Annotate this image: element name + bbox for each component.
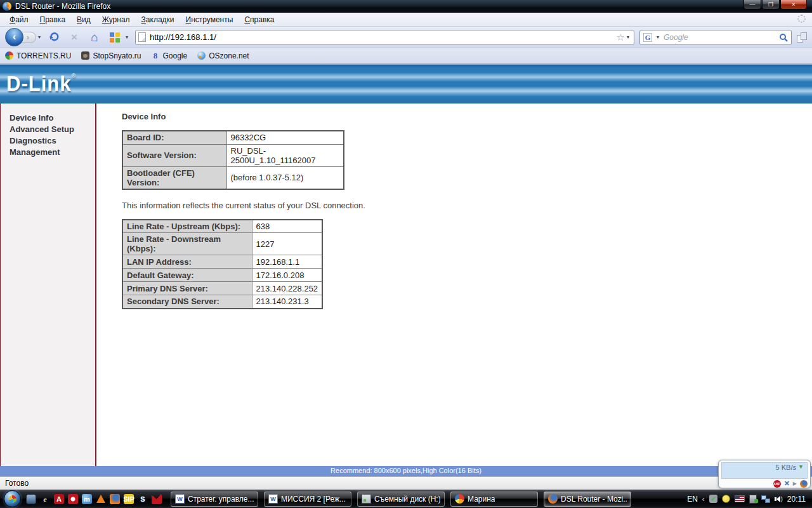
navigation-toolbar: ‹ › ▾ × ⌂ ▾ ☆ ▾ G ▾ [0,27,812,48]
speed-monitor-widget[interactable]: 5 KB/s ▼ ABP ✕ ▶ [718,460,811,488]
device-info-table: Board ID: 96332CG Software Version: RU_D… [122,130,344,190]
stopsnyato-favicon-icon [81,51,89,60]
firefox-launcher-icon[interactable] [110,494,120,504]
c-app-icon[interactable] [152,494,162,504]
smiley-tray-icon[interactable] [722,495,730,503]
firefox-task-icon [548,494,558,504]
table-row: Software Version: RU_DSL-2500U_1.10_1116… [122,144,344,166]
sidebar-item-diagnostics[interactable]: Diagnostics [10,135,95,147]
show-desktop-icon[interactable] [26,494,36,504]
task-strateg[interactable]: W Стратег. управле... [171,491,258,507]
session-windows-icon[interactable] [797,32,807,43]
table-row: Secondary DNS Server: 213.140.231.3 [122,295,322,309]
red-square-app-icon[interactable]: A [54,494,64,504]
bookmark-stopsnyato[interactable]: StopSnyato.ru [81,51,141,60]
minimize-button[interactable]: — [743,0,761,10]
play-arrow-icon[interactable]: ▶ [793,481,797,486]
google-engine-icon: G [643,33,652,42]
word-doc-icon: W [175,494,185,504]
menu-bookmarks[interactable]: Закладки [136,14,180,25]
back-button[interactable]: ‹ [5,28,23,46]
dsl-status-table: Line Rate - Upstream (Kbps): 638 Line Ra… [122,219,323,309]
reload-icon [48,30,60,42]
speed-dial-dropdown-icon[interactable]: ▾ [124,34,130,40]
bookmark-google[interactable]: 8 Google [152,51,188,60]
bookmark-torrents[interactable]: TORRENTS.RU [5,51,71,60]
sidebar-item-device-info[interactable]: Device Info [10,112,95,124]
recommend-bar: Recommend: 800x600 pixels,High Color(16 … [0,466,812,476]
search-input[interactable] [664,33,776,42]
us-flag-icon[interactable] [735,495,745,502]
table-row: Line Rate - Downstream (Kbps): 1227 [122,233,322,255]
throbber-icon [797,15,806,23]
sidebar-item-management[interactable]: Management [10,147,95,158]
bookmark-star-icon[interactable]: ☆ [617,32,625,43]
reload-button[interactable] [45,30,63,44]
red-circle-app-icon[interactable] [68,494,78,504]
maxthon-icon[interactable]: m [82,494,92,504]
table-row: Board ID: 96332CG [122,131,344,144]
language-indicator[interactable]: EN [687,495,698,504]
search-icon[interactable] [779,33,788,42]
menu-bar: Файл Правка Вид Журнал Закладки Инструме… [0,13,812,27]
stop-button[interactable]: × [65,31,83,44]
start-button[interactable] [4,490,21,507]
volume-icon[interactable]: ) [775,496,783,502]
url-dropdown-icon[interactable]: ▾ [625,34,631,40]
taskbar: e A m SIP S W Стратег. управле... W МИСС… [0,490,812,508]
table-row: Line Rate - Upstream (Kbps): 638 [122,220,322,233]
sidebar-item-advanced-setup[interactable]: Advanced Setup [10,124,95,135]
table-row: LAN IP Address: 192.168.1.1 [122,255,322,269]
url-input[interactable] [150,32,617,42]
sip-app-icon[interactable]: SIP [124,494,134,504]
title-bar: DSL Router - Mozilla Firefox — ❐ × [0,0,812,13]
address-bar[interactable]: ☆ ▾ [135,30,634,45]
close-button[interactable]: × [780,0,807,10]
s-app-icon[interactable]: S [138,494,148,504]
bookmarks-bar: TORRENTS.RU StopSnyato.ru 8 Google OSzon… [0,48,812,64]
google-favicon-icon: 8 [152,51,160,60]
table-row: Default Gateway: 172.16.0.208 [122,269,322,282]
history-dropdown-icon[interactable]: ▾ [36,34,43,40]
task-marina[interactable]: Марина [450,491,538,507]
media-app-icon [455,494,464,504]
speed-dial-icon[interactable] [110,32,120,43]
download-arrow-icon: ▼ [798,464,805,471]
word-doc-icon: W [268,494,278,504]
search-engine-dropdown-icon[interactable]: ▾ [655,34,661,40]
table-row: Primary DNS Server: 213.140.228.252 [122,282,322,295]
adblock-icon[interactable]: ABP [773,480,781,488]
task-dsl-router[interactable]: DSL Router - Mozi... [544,491,631,507]
menu-view[interactable]: Вид [71,14,96,25]
menu-file[interactable]: Файл [4,14,34,25]
menu-edit[interactable]: Правка [34,14,72,25]
bookmark-oszone[interactable]: OSzone.net [197,51,249,60]
search-box[interactable]: G ▾ [639,30,792,45]
power-plug-icon[interactable] [749,495,757,504]
vlc-icon[interactable] [96,494,106,504]
browser-window: DSL Router - Mozilla Firefox — ❐ × Файл … [0,0,812,508]
registered-mark: ® [71,72,76,79]
page-favicon [138,32,146,42]
status-bar: Готово [0,476,812,490]
home-button[interactable]: ⌂ [86,30,103,44]
menu-tools[interactable]: Инструменты [180,14,239,25]
antivirus-shield-icon[interactable]: ✓ [709,495,717,503]
quick-launch: e A m SIP S [26,494,162,504]
firefox-addon-icon[interactable] [800,480,808,488]
network-status-icon[interactable] [761,495,770,503]
blue-x-addon-icon[interactable]: ✕ [784,479,790,488]
task-removable-disk[interactable]: Съемный диск (H:) [357,491,445,507]
speed-value: 5 KB/s [776,464,796,471]
speed-panel: 5 KB/s ▼ [721,462,808,479]
status-text: Готово [5,479,29,488]
menu-help[interactable]: Справка [239,14,280,25]
restore-button[interactable]: ❐ [762,0,780,10]
tray-expand-icon[interactable]: ‹ [702,495,705,504]
menu-history[interactable]: Журнал [96,14,136,25]
task-missiya[interactable]: W МИССИЯ 2 [Реж... [264,491,351,507]
statusbar-addon-icons: ABP ✕ ▶ [721,479,808,488]
dsl-status-note: This information reflects the current st… [122,201,812,210]
clock[interactable]: 20:11 [787,495,806,504]
internet-explorer-icon[interactable]: e [40,494,50,504]
